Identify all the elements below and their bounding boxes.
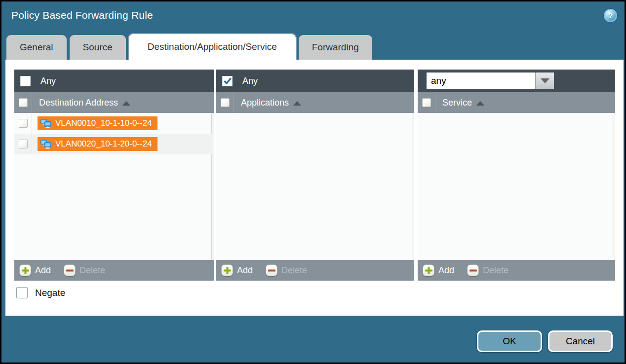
list-item[interactable]: VLAN0020_10-1-20-0--24 [38, 137, 157, 151]
row-checkbox[interactable] [19, 140, 28, 148]
applications-any-label: Any [242, 76, 258, 86]
minus-icon [467, 264, 479, 276]
add-button[interactable]: Add [423, 264, 454, 276]
applications-any-bar: Any [216, 70, 414, 92]
applications-header-label[interactable]: Applications [241, 98, 289, 108]
service-select-all-checkbox[interactable] [422, 98, 431, 107]
sort-asc-icon[interactable] [122, 101, 130, 106]
address-object-label: VLAN0010_10-1-10-0--24 [55, 118, 152, 128]
negate-checkbox[interactable] [16, 287, 28, 298]
dialog-title: Policy Based Forwarding Rule [11, 9, 153, 21]
dropdown-button[interactable] [535, 73, 554, 89]
applications-any-checkbox[interactable] [222, 76, 233, 86]
tab-source[interactable]: Source [70, 35, 126, 60]
minus-icon [266, 264, 277, 276]
applications-column: Any Applications Add D [216, 70, 414, 281]
service-column: any Service Add [418, 70, 615, 281]
list-item[interactable]: VLAN0010_10-1-10-0--24 [38, 116, 157, 130]
destination-any-checkbox[interactable] [20, 76, 31, 86]
service-dropdown-value[interactable]: any [427, 73, 535, 89]
service-dropdown-bar: any [418, 70, 615, 92]
applications-footer: Add Delete [216, 260, 414, 281]
destination-address-column: Any Destination Address [14, 70, 214, 281]
destination-any-bar: Any [14, 70, 214, 92]
table-row: VLAN0010_10-1-10-0--24 [14, 113, 212, 134]
policy-forwarding-dialog: Policy Based Forwarding Rule ? General S… [0, 0, 626, 364]
negate-label: Negate [35, 288, 65, 298]
checkmark-icon [224, 77, 232, 84]
delete-button[interactable]: Delete [64, 264, 105, 276]
network-icon [40, 140, 52, 149]
tab-bar: General Source Destination/Application/S… [6, 34, 372, 60]
ok-button[interactable]: OK [477, 330, 542, 352]
applications-select-all-checkbox[interactable] [221, 98, 230, 107]
negate-option: Negate [16, 287, 65, 298]
service-column-header: Service [418, 92, 615, 113]
plus-icon [221, 264, 233, 276]
chevron-down-icon [541, 78, 549, 83]
address-object-label: VLAN0020_10-1-20-0--24 [55, 139, 152, 149]
plus-icon [19, 264, 31, 276]
service-footer: Add Delete [418, 260, 615, 281]
sort-asc-icon[interactable] [293, 101, 301, 106]
table-row: VLAN0020_10-1-20-0--24 [14, 134, 212, 154]
applications-list [216, 113, 414, 260]
destination-any-label: Any [40, 76, 56, 86]
add-button[interactable]: Add [19, 264, 51, 276]
delete-button[interactable]: Delete [266, 264, 307, 276]
cancel-button[interactable]: Cancel [548, 330, 613, 352]
destination-footer: Add Delete [14, 260, 214, 281]
destination-column-header: Destination Address [14, 92, 214, 113]
row-checkbox[interactable] [19, 119, 28, 128]
service-header-label[interactable]: Service [442, 98, 472, 108]
applications-column-header: Applications [216, 92, 414, 113]
network-icon [40, 119, 52, 128]
add-button[interactable]: Add [221, 264, 253, 276]
destination-list: VLAN0010_10-1-10-0--24 [14, 113, 214, 260]
minus-icon [64, 264, 76, 276]
tab-forwarding[interactable]: Forwarding [299, 35, 372, 60]
tab-general[interactable]: General [6, 35, 67, 60]
plus-icon [423, 264, 434, 276]
tab-content-panel: Any Destination Address [5, 60, 624, 316]
service-dropdown[interactable]: any [427, 73, 554, 89]
help-icon[interactable]: ? [604, 9, 617, 22]
sort-asc-icon[interactable] [476, 101, 484, 106]
destination-header-label[interactable]: Destination Address [39, 98, 118, 108]
delete-button[interactable]: Delete [467, 264, 509, 276]
tab-destination-application-service[interactable]: Destination/Application/Service [129, 34, 296, 60]
service-list [418, 113, 615, 260]
destination-select-all-checkbox[interactable] [19, 98, 28, 107]
